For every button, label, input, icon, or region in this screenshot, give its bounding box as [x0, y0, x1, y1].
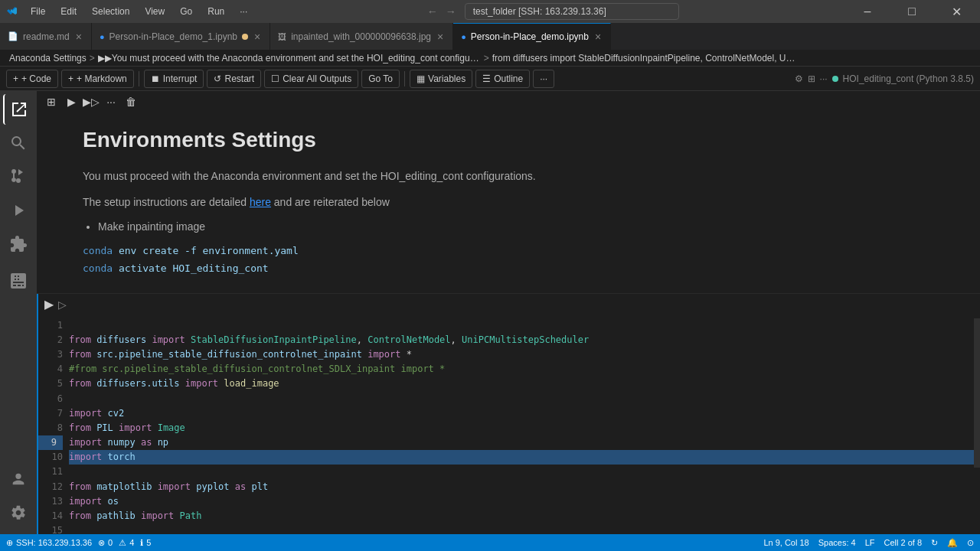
restart-button[interactable]: ↺ Restart	[207, 70, 261, 88]
notification-button[interactable]: 🔔	[947, 538, 958, 548]
breadcrumb-part3[interactable]: from diffusers import StableDiffusionInp…	[492, 53, 799, 64]
cell-info[interactable]: Cell 2 of 8	[884, 538, 922, 547]
ln-8: 8	[38, 421, 63, 435]
tab-person-demo1[interactable]: ● Person-in-Place_demo_1.ipynb ×	[92, 23, 270, 50]
restore-button[interactable]: □	[894, 0, 929, 23]
tab-person-demo-close[interactable]: ×	[593, 31, 603, 43]
kernel-label[interactable]: HOI_editing_cont (Python 3.8.5)	[843, 73, 974, 84]
menu-selection[interactable]: Selection	[86, 5, 136, 18]
line-ending[interactable]: LF	[865, 538, 875, 547]
tab-image-close[interactable]: ×	[436, 31, 445, 43]
menu-file[interactable]: File	[24, 5, 51, 18]
kernel-more-icon[interactable]: ···	[820, 73, 828, 84]
cell-run-button[interactable]: ▶	[44, 297, 54, 311]
line-ending-text: LF	[865, 538, 875, 547]
tab-image[interactable]: 🖼 inpainted_with_000000096638.jpg ×	[270, 23, 453, 50]
delete-cell-button[interactable]: 🗑	[122, 93, 139, 110]
cell-more-button[interactable]: ···	[103, 93, 119, 110]
layout-icon[interactable]: ⊞	[808, 73, 815, 84]
indent-setting[interactable]: Spaces: 4	[818, 538, 856, 547]
vscode-logo-icon	[6, 5, 18, 18]
goto-button[interactable]: Go To	[361, 70, 400, 88]
ln-13: 13	[38, 494, 63, 509]
tab-readme[interactable]: 📄 readme.md ×	[0, 23, 92, 50]
warning-count: 4	[129, 538, 134, 547]
error-status[interactable]: ⊗ 0	[98, 538, 113, 548]
tab-person-demo1-label: Person-in-Place_demo_1.ipynb	[109, 31, 237, 42]
markdown-title: Environments Settings	[83, 128, 949, 152]
sidebar-item-extensions[interactable]	[3, 229, 34, 259]
sidebar-item-search[interactable]	[3, 128, 34, 158]
tab-person-demo[interactable]: ● Person-in-Place_demo.ipynb ×	[453, 23, 611, 50]
window-controls: – □ ✕	[850, 0, 974, 23]
add-markdown-icon: +	[68, 73, 74, 84]
outline-icon: ☰	[482, 73, 491, 84]
sync-button[interactable]: ↻	[931, 538, 938, 548]
remote-status[interactable]: ⊕ SSH: 163.239.13.36	[6, 538, 92, 548]
indent-text: Spaces: 4	[818, 538, 856, 547]
warning-icon: ⚠	[119, 538, 126, 548]
clear-outputs-button[interactable]: ☐ Clear All Outputs	[264, 70, 358, 88]
interrupt-button[interactable]: ⏹ Interrupt	[144, 70, 204, 88]
warning-status[interactable]: ⚠ 4	[119, 538, 134, 548]
tab-readme-close[interactable]: ×	[74, 31, 83, 43]
sidebar-item-explorer[interactable]	[3, 94, 34, 125]
nav-forward-button[interactable]: →	[443, 4, 459, 19]
terminal-button[interactable]: ⊙	[967, 538, 974, 548]
nav-arrows: ← →	[425, 4, 459, 19]
settings-icon[interactable]: ⚙	[795, 73, 803, 84]
outline-label: Outline	[494, 73, 523, 84]
markdown-para2: The setup instructions are detailed here…	[83, 194, 949, 210]
activity-bar	[0, 91, 37, 534]
code-editor[interactable]: from diffusers import StableDiffusionInp…	[69, 318, 974, 534]
run-above-button[interactable]: ⊞	[43, 93, 60, 110]
tab-person-demo1-close[interactable]: ×	[253, 31, 262, 43]
here-link[interactable]: here	[250, 196, 271, 208]
settings-icon[interactable]	[3, 497, 34, 528]
cell-run-next-button[interactable]: ▷	[58, 298, 67, 311]
run-cell-button[interactable]: ▶	[63, 93, 80, 110]
cell-info-text: Cell 2 of 8	[884, 538, 922, 547]
ln-6: 6	[38, 392, 63, 406]
menu-more[interactable]: ···	[234, 5, 253, 18]
editor-area[interactable]: Environments Settings You must proceed w…	[37, 112, 980, 534]
info-icon: ℹ	[140, 538, 143, 548]
sidebar-item-remote[interactable]	[3, 266, 34, 296]
add-code-button[interactable]: + + Code	[6, 70, 58, 88]
tab-bar: 📄 readme.md × ● Person-in-Place_demo_1.i…	[0, 23, 980, 50]
code-cell: ▶ ▷ 1 2 3 4 5 6 7 8 9 10 11	[37, 294, 980, 534]
run-below-button[interactable]: ▶▷	[83, 93, 100, 110]
code-block-line1: conda env create -f environment.yaml	[83, 242, 949, 259]
ln-4: 4	[38, 362, 63, 377]
accounts-icon[interactable]	[3, 464, 34, 494]
error-icon: ⊗	[98, 538, 105, 548]
tab-person-demo1-icon: ●	[100, 32, 105, 41]
menu-go[interactable]: Go	[174, 5, 198, 18]
info-status[interactable]: ℹ 5	[140, 538, 151, 548]
goto-label: Go To	[368, 73, 393, 84]
breadcrumb-part2[interactable]: ▶▶You must proceed with the Anaconda env…	[98, 53, 481, 64]
variables-button[interactable]: ▦ Variables	[410, 70, 472, 88]
minimize-button[interactable]: –	[850, 0, 885, 23]
cursor-position[interactable]: Ln 9, Col 18	[763, 538, 808, 547]
add-markdown-button[interactable]: + + Markdown	[61, 70, 134, 88]
status-bar: ⊕ SSH: 163.239.13.36 ⊗ 0 ⚠ 4 ℹ 5 Ln 9, C…	[0, 534, 980, 551]
search-bar[interactable]: test_folder [SSH: 163.239.13.36]	[465, 3, 679, 20]
outline-button[interactable]: ☰ Outline	[475, 70, 530, 88]
ln-14: 14	[38, 509, 63, 523]
markdown-list: Make inpainting image	[83, 220, 949, 233]
ln-10: 10	[38, 450, 63, 465]
markdown-para2-before: The setup instructions are detailed	[83, 196, 250, 208]
close-button[interactable]: ✕	[939, 0, 974, 23]
menu-run[interactable]: Run	[201, 5, 230, 18]
nav-back-button[interactable]: ←	[425, 4, 440, 19]
minimap-slider[interactable]	[974, 318, 980, 468]
sidebar-item-source-control[interactable]	[3, 161, 34, 192]
menu-view[interactable]: View	[139, 5, 171, 18]
ln-1: 1	[38, 318, 63, 333]
more-options-button[interactable]: ···	[533, 70, 554, 88]
code-cell-header: ▶ ▷	[38, 294, 980, 315]
sidebar-item-run-debug[interactable]	[3, 195, 34, 226]
menu-edit[interactable]: Edit	[54, 5, 83, 18]
breadcrumb-part1[interactable]: Anaconda Settings	[9, 53, 87, 64]
